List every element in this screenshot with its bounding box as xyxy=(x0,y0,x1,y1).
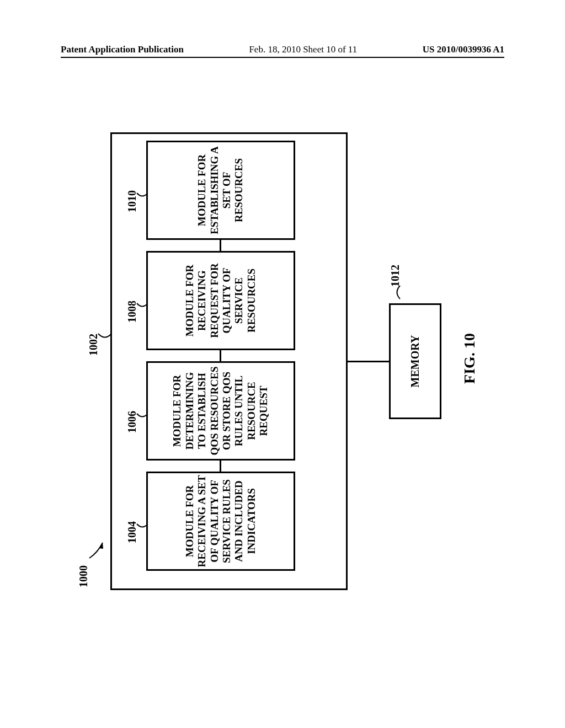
module-receiving-qos-rules: MODULE FOR RECEIVING A SET OF QUALITY OF… xyxy=(146,472,295,571)
module-text: MODULE FOR RECEIVING REQUEST FOR QUALITY… xyxy=(184,254,258,347)
ref-leader-1000-arrow-icon xyxy=(89,542,106,558)
module-text: MODULE FOR ESTABLISHING A SET OF RESOURC… xyxy=(196,143,246,237)
header-right: US 2010/0039936 A1 xyxy=(423,44,504,55)
memory-box: MEMORY xyxy=(389,303,441,419)
ref-leader-1012 xyxy=(397,285,403,299)
module-text: MODULE FOR RECEIVING A SET OF QUALITY OF… xyxy=(184,474,258,568)
connector-m3-m4 xyxy=(220,240,221,251)
module-receiving-request: MODULE FOR RECEIVING REQUEST FOR QUALITY… xyxy=(146,251,295,350)
ref-label-1000: 1000 xyxy=(77,565,90,587)
module-establishing-resources: MODULE FOR ESTABLISHING A SET OF RESOURC… xyxy=(146,141,295,240)
connector-m1-m2 xyxy=(220,461,221,472)
diagram: 1000 1002 1004 1006 1008 1010 xyxy=(55,88,502,629)
memory-label: MEMORY xyxy=(409,335,422,388)
connector-outer-memory xyxy=(348,361,389,362)
page-header: Patent Application Publication Feb. 18, … xyxy=(61,44,504,58)
figure-area: 1000 1002 1004 1006 1008 1010 xyxy=(55,88,502,629)
ref-label-1002: 1002 xyxy=(87,334,100,356)
connector-m2-m3 xyxy=(220,350,221,361)
svg-marker-0 xyxy=(99,543,103,549)
figure-caption: FIG. 10 xyxy=(461,88,478,629)
header-mid: Feb. 18, 2010 Sheet 10 of 11 xyxy=(249,44,357,55)
module-text: MODULE FOR DETERMINING TO ESTABLISH QOS … xyxy=(171,364,270,458)
header-left: Patent Application Publication xyxy=(61,44,184,55)
module-determining-establish-store: MODULE FOR DETERMINING TO ESTABLISH QOS … xyxy=(146,361,295,461)
